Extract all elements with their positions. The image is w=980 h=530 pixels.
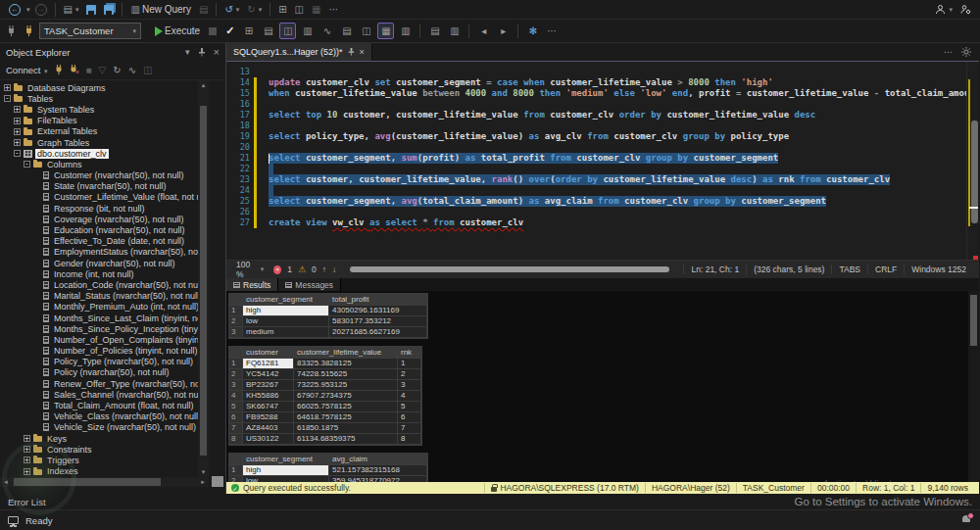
row-number[interactable]: 1 [229,306,243,316]
grid-cell[interactable]: 5830177.353212 [329,316,427,327]
tree-expander-icon[interactable]: + [24,457,30,463]
row-number[interactable]: 5 [229,402,243,412]
grid-cell[interactable]: 2 [398,369,421,380]
tree-expander-icon[interactable]: + [24,446,30,453]
close-tab-icon[interactable]: × [360,47,365,57]
code-line-text[interactable]: when customer_lifetime_value between 400… [269,88,979,99]
row-number[interactable]: 2 [229,316,243,327]
tab-messages[interactable]: Messages [278,278,341,291]
grid-cell[interactable]: 4 [398,391,421,402]
code-line-24[interactable]: 24 [226,185,965,196]
next-issue-arrow[interactable]: ↓ [332,265,336,274]
tree-item-education-nvarchar-50-not-null[interactable]: Education (nvarchar(50), not null) [0,224,198,235]
specify-values-button[interactable]: ✻ [524,23,541,39]
new-item-dropdown[interactable]: ▾ [75,6,79,14]
tree-item-gender-nvarchar-50-not-null[interactable]: Gender (nvarchar(50), not null) [0,258,198,268]
grid-cell[interactable]: 66025.7578125 [294,402,398,412]
line-ending[interactable]: CRLF [867,265,904,274]
tree-item-constraints[interactable]: +Constraints [0,444,198,455]
tree-vertical-scrollbar[interactable]: ▴ ▾ [198,80,209,477]
tree-item-customer-lifetime-value-float-not-null[interactable]: Customer_Lifetime_Value (float, not null… [0,192,198,203]
editor-horizontal-scrollbar[interactable] [350,266,669,272]
tree-expander-icon[interactable]: + [24,435,30,442]
activity-monitor-button[interactable]: ⊞ [275,3,289,17]
grid-cell[interactable]: 83325.3828125 [294,359,398,369]
column-header-avg-claim[interactable]: avg_claim [329,454,427,465]
tree-item-triggers[interactable]: +Triggers [0,455,198,465]
tree-item-filetables[interactable]: +FileTables [0,116,198,126]
tree-horizontal-scrollbar[interactable]: ◂ ▸ [0,477,209,487]
comment-button[interactable]: ▤ [426,23,443,39]
tree-item-indexes[interactable]: +Indexes [0,466,198,477]
close-icon[interactable]: × [214,46,220,58]
grid-cell[interactable]: SK66747 [243,402,294,412]
new-item-button[interactable]: ▤▾ [61,3,82,17]
code-area[interactable]: 1314update customer_clv set customer_seg… [226,67,965,228]
column-header-total-profit[interactable]: total_profit [329,294,427,306]
results-to-grid-button[interactable]: ▦ [377,23,394,39]
code-line-22[interactable]: 22 [226,164,965,174]
encoding[interactable]: Windows 1252 [904,265,973,274]
undo-button[interactable]: ↺▾ [221,3,242,17]
code-line-23[interactable]: 23select customer, customer_lifetime_val… [226,174,965,185]
code-line-text[interactable]: select customer_segment, avg(total_claim… [269,196,826,207]
estimated-plan-button[interactable]: ▥ [299,23,316,39]
tree-item-policy-nvarchar-50-not-null[interactable]: Policy (nvarchar(50), not null) [0,367,198,378]
row-number[interactable]: 1 [229,359,243,369]
grid-cell[interactable]: medium [243,327,329,338]
grid-cell[interactable]: 73225.953125 [294,380,398,391]
tree-item-system-tables[interactable]: +System Tables [0,104,198,115]
code-line-25[interactable]: 25select customer_segment, avg(total_cla… [226,196,965,207]
code-line-text[interactable]: select customer, customer_lifetime_value… [269,174,890,185]
tree-item-sales-channel-nvarchar-50-not-null[interactable]: Sales_Channel (nvarchar(50), not null) [0,389,198,400]
tree-item-number-of-open-complaints-tinyint-not-null[interactable]: Number_of_Open_Complaints (tinyint, not … [0,334,198,345]
grid-cell[interactable]: 8 [398,434,421,445]
tree-item-number-of-policies-tinyint-not-null[interactable]: Number_of_Policies (tinyint, not null) [0,346,198,357]
save-button[interactable] [83,4,99,16]
tree-item-employmentstatus-nvarchar-50-not-null[interactable]: EmploymentStatus (nvarchar(50), not null… [0,247,198,258]
scroll-up-arrow[interactable]: ▴ [198,80,209,90]
sql-code-editor[interactable]: 1314update customer_clv set customer_seg… [226,62,979,260]
scroll-down-arrow[interactable]: ▾ [198,467,209,477]
refresh-icon[interactable]: ↻ [113,65,121,76]
tree-expander-icon[interactable]: - [14,150,21,157]
tree-item-location-code-nvarchar-50-not-null[interactable]: Location_Code (nvarchar(50), not null) [0,279,198,290]
tree-item-income-int-not-null[interactable]: Income (int, not null) [0,268,198,279]
grid-corner-cell[interactable] [229,347,243,359]
code-line-26[interactable]: 26 [226,207,965,217]
notification-bell-icon[interactable] [960,514,972,526]
grid-corner-cell[interactable] [229,454,243,465]
error-list-tab[interactable]: Error List [8,497,46,507]
tree-expander-icon[interactable]: + [14,139,21,146]
tab-overflow-icon[interactable]: ⋯ [944,47,953,57]
results-vertical-scrollbar[interactable] [968,291,979,482]
find-in-files-button[interactable]: ◫ [292,3,307,17]
grid-cell[interactable]: US30122 [243,434,294,445]
scrollbar-thumb[interactable] [200,106,207,456]
tree-expander-icon[interactable]: + [14,128,21,135]
navigate-backward-dropdown[interactable]: ▾ [26,6,30,14]
code-line-text[interactable]: update customer_clv set customer_segment… [269,77,773,88]
activity-monitor-icon[interactable]: ∿ [128,65,136,76]
database-selector[interactable]: TASK_Customer ▾ [39,23,141,39]
column-header-customer[interactable]: customer [243,347,294,359]
code-line-14[interactable]: 14update customer_clv set customer_segme… [226,77,965,88]
grid-corner-cell[interactable] [229,294,243,306]
panel-chevron-icon[interactable]: ▾ [185,47,190,57]
grid-cell[interactable]: 64618.7578125 [294,412,398,423]
redo-dropdown[interactable]: ▾ [259,6,263,14]
grid-cell[interactable]: low [243,476,329,482]
connect-db-button[interactable] [4,24,19,38]
connect-dropdown[interactable]: Connect ▾ [6,65,48,75]
scrollbar-thumb[interactable] [970,295,977,346]
tree-item-months-since-policy-inception-tinyint-not-null[interactable]: Months_Since_Policy_Inception (tinyint, … [0,323,198,334]
code-line-text[interactable] [269,164,273,174]
row-number[interactable]: 4 [229,391,243,402]
tree-expander-icon[interactable]: + [4,84,11,91]
column-header-customer-lifetime-value[interactable]: customer_lifetime_value [294,347,398,359]
pin-icon[interactable] [198,48,206,57]
uncomment-button[interactable]: ▥ [446,23,463,39]
change-connection-button[interactable] [22,24,36,38]
tree-item-marital-status-nvarchar-50-not-null[interactable]: Marital_Status (nvarchar(50), not null) [0,291,198,302]
live-stats-button[interactable]: ∿ [318,23,335,39]
